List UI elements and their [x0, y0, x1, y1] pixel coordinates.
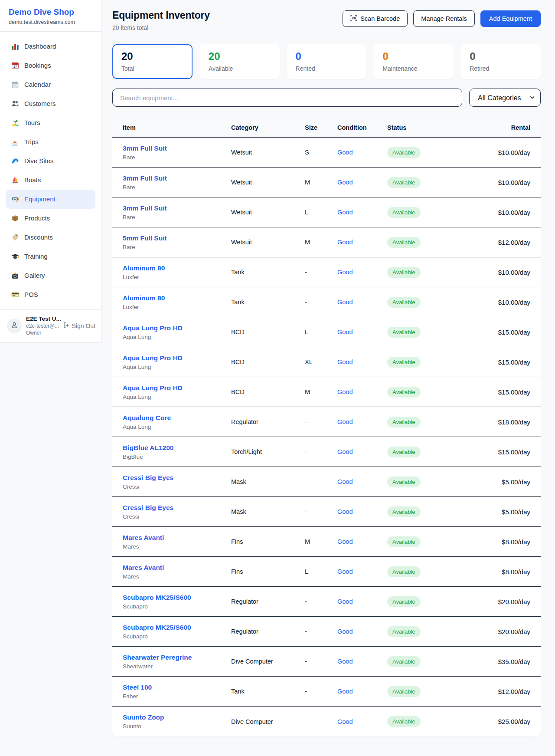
item-condition-link[interactable]: Good [337, 568, 387, 575]
sign-out-button[interactable]: Sign Out [63, 322, 95, 330]
table-row[interactable]: 5mm Full Suit Bare Wetsuit M Good Availa… [112, 227, 541, 257]
sidebar-item-tours[interactable]: Tours [6, 113, 95, 132]
stat-card-retired[interactable]: 0 Retired [460, 44, 541, 79]
item-name-link[interactable]: 3mm Full Suit [123, 145, 231, 152]
status-cell: Available [387, 506, 450, 517]
table-row[interactable]: Aqua Lung Pro HD Aqua Lung BCD XL Good A… [112, 347, 541, 377]
sidebar-item-calendar[interactable]: Calendar [6, 75, 95, 94]
item-brand: Faber [123, 693, 231, 700]
item-size: - [305, 448, 337, 455]
item-name-link[interactable]: Aqua Lung Pro HD [123, 384, 231, 392]
table-row[interactable]: Aqua Lung Pro HD Aqua Lung BCD L Good Av… [112, 317, 541, 347]
item-condition-link[interactable]: Good [337, 209, 387, 216]
item-condition-link[interactable]: Good [337, 658, 387, 665]
table-row[interactable]: Cressi Big Eyes Cressi Mask - Good Avail… [112, 467, 541, 497]
item-name-link[interactable]: Aluminum 80 [123, 294, 231, 302]
item-condition-link[interactable]: Good [337, 628, 387, 635]
sidebar-item-label: Calendar [24, 79, 51, 90]
sidebar-item-label: Gallery [24, 270, 45, 281]
table-row[interactable]: Aluminum 80 Luxfer Tank - Good Available… [112, 257, 541, 287]
item-condition-link[interactable]: Good [337, 508, 387, 515]
sidebar-item-training[interactable]: Training [6, 247, 95, 266]
item-name-link[interactable]: 3mm Full Suit [123, 174, 231, 182]
table-row[interactable]: Cressi Big Eyes Cressi Mask - Good Avail… [112, 497, 541, 527]
item-name-link[interactable]: Shearwater Peregrine [123, 654, 231, 661]
sidebar-item-discounts[interactable]: Discounts [6, 228, 95, 247]
item-name-link[interactable]: Steel 100 [123, 684, 231, 691]
sidebar-item-dive-sites[interactable]: Dive Sites [6, 151, 95, 171]
item-condition-link[interactable]: Good [337, 179, 387, 186]
add-equipment-button[interactable]: Add Equipment [480, 10, 541, 27]
item-name-link[interactable]: 5mm Full Suit [123, 234, 231, 242]
item-brand: Aqua Lung [123, 364, 231, 370]
status-badge: Available [387, 417, 421, 427]
item-name-link[interactable]: Mares Avanti [123, 534, 231, 542]
table-row[interactable]: BigBlue AL1200 BigBlue Torch/Light - Goo… [112, 437, 541, 467]
item-condition-link[interactable]: Good [337, 598, 387, 605]
sidebar-item-label: Training [24, 251, 48, 262]
table-row[interactable]: 3mm Full Suit Bare Wetsuit S Good Availa… [112, 138, 541, 168]
item-name-link[interactable]: Aluminum 80 [123, 264, 231, 272]
sidebar-item-products[interactable]: Products [6, 209, 95, 228]
table-row[interactable]: Aluminum 80 Luxfer Tank - Good Available… [112, 287, 541, 317]
item-condition-link[interactable]: Good [337, 478, 387, 485]
status-cell: Available [387, 207, 450, 218]
scan-barcode-button[interactable]: Scan Barcode [343, 10, 408, 27]
sidebar-item-customers[interactable]: Customers [6, 94, 95, 113]
table-row[interactable]: 3mm Full Suit Bare Wetsuit M Good Availa… [112, 168, 541, 197]
table-row[interactable]: Mares Avanti Mares Fins L Good Available… [112, 557, 541, 587]
item-condition-link[interactable]: Good [337, 269, 387, 276]
table-row[interactable]: Suunto Zoop Suunto Dive Computer - Good … [112, 707, 541, 736]
item-name-link[interactable]: 3mm Full Suit [123, 204, 231, 212]
item-name-link[interactable]: Aqua Lung Pro HD [123, 354, 231, 362]
item-name-link[interactable]: Aqua Lung Pro HD [123, 324, 231, 332]
item-cell: 3mm Full Suit Bare [123, 145, 231, 161]
item-name-link[interactable]: Mares Avanti [123, 564, 231, 572]
stat-card-rented[interactable]: 0 Rented [287, 44, 367, 79]
item-name-link[interactable]: Suunto Zoop [123, 713, 231, 721]
sidebar-item-gallery[interactable]: Gallery [6, 266, 95, 285]
sidebar-item-bookings[interactable]: 17 Bookings [6, 56, 95, 75]
sidebar-item-label: Tours [24, 118, 40, 128]
item-name-link[interactable]: Cressi Big Eyes [123, 474, 231, 482]
stat-card-total[interactable]: 20 Total [112, 44, 193, 79]
sidebar-item-trips[interactable]: Trips [6, 132, 95, 151]
stat-card-maintenance[interactable]: 0 Maintenance [373, 44, 454, 79]
table-row[interactable]: 3mm Full Suit Bare Wetsuit L Good Availa… [112, 197, 541, 227]
item-name-link[interactable]: Cressi Big Eyes [123, 504, 231, 512]
category-select[interactable]: All Categories [469, 89, 541, 107]
search-input[interactable] [112, 89, 462, 107]
item-condition-link[interactable]: Good [337, 388, 387, 395]
item-name-link[interactable]: Scubapro MK25/S600 [123, 624, 231, 631]
item-condition-link[interactable]: Good [337, 688, 387, 695]
sidebar-item-equipment[interactable]: Equipment [6, 190, 95, 209]
manage-rentals-button[interactable]: Manage Rentals [413, 10, 475, 27]
item-name-link[interactable]: Aqualung Core [123, 414, 231, 422]
sidebar: Demo Dive Shop demo.test.divestreams.com… [0, 0, 102, 343]
item-condition-link[interactable]: Good [337, 239, 387, 246]
item-name-link[interactable]: BigBlue AL1200 [123, 444, 231, 452]
item-name-link[interactable]: Scubapro MK25/S600 [123, 594, 231, 602]
item-condition-link[interactable]: Good [337, 418, 387, 425]
sidebar-item-dashboard[interactable]: Dashboard [6, 37, 95, 56]
item-condition-link[interactable]: Good [337, 299, 387, 306]
table-body: 3mm Full Suit Bare Wetsuit S Good Availa… [112, 138, 541, 736]
sidebar-item-pos[interactable]: POS [6, 285, 95, 304]
brand-name[interactable]: Demo Dive Shop [9, 7, 93, 17]
item-condition-link[interactable]: Good [337, 538, 387, 545]
item-condition-link[interactable]: Good [337, 358, 387, 365]
table-row[interactable]: Steel 100 Faber Tank - Good Available $1… [112, 677, 541, 707]
table-row[interactable]: Shearwater Peregrine Shearwater Dive Com… [112, 647, 541, 677]
table-row[interactable]: Scubapro MK25/S600 Scubapro Regulator - … [112, 587, 541, 617]
item-condition-link[interactable]: Good [337, 149, 387, 156]
table-row[interactable]: Aqualung Core Aqua Lung Regulator - Good… [112, 407, 541, 437]
stat-card-available[interactable]: 20 Available [199, 44, 280, 79]
table-row[interactable]: Mares Avanti Mares Fins M Good Available… [112, 527, 541, 557]
table-row[interactable]: Aqua Lung Pro HD Aqua Lung BCD M Good Av… [112, 377, 541, 407]
item-cell: Cressi Big Eyes Cressi [123, 474, 231, 490]
item-condition-link[interactable]: Good [337, 718, 387, 725]
item-condition-link[interactable]: Good [337, 448, 387, 455]
table-row[interactable]: Scubapro MK25/S600 Scubapro Regulator - … [112, 617, 541, 647]
item-condition-link[interactable]: Good [337, 329, 387, 335]
sidebar-item-boats[interactable]: Boats [6, 171, 95, 190]
